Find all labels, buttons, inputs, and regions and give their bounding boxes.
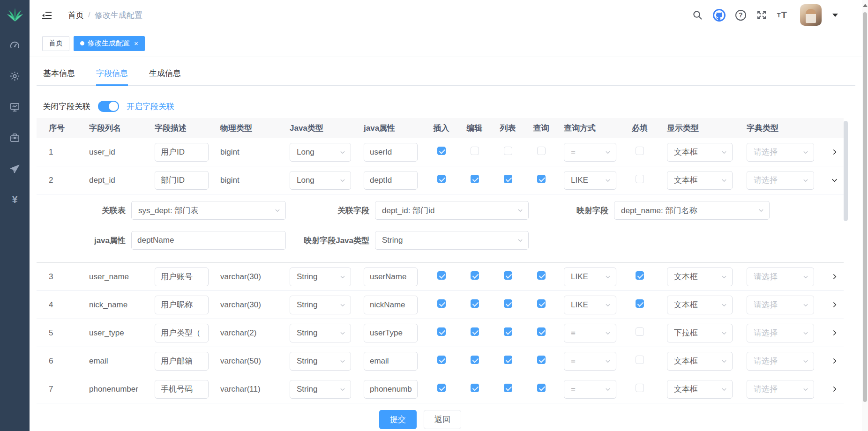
edit-checkbox[interactable] <box>471 299 479 308</box>
query-checkbox[interactable] <box>537 271 546 280</box>
sidebar-item-system[interactable] <box>0 60 30 91</box>
description-input[interactable] <box>155 324 209 342</box>
query-checkbox[interactable] <box>537 175 546 183</box>
list-checkbox[interactable] <box>504 175 512 183</box>
list-checkbox[interactable] <box>504 356 512 364</box>
query-checkbox[interactable] <box>537 147 546 155</box>
expand-row-chevron-icon[interactable] <box>831 301 838 309</box>
description-input[interactable] <box>155 380 209 399</box>
java-type-select[interactable]: Long <box>290 143 351 162</box>
mapping-field-select[interactable]: dept_name: 部门名称 <box>614 201 770 220</box>
expand-row-chevron-icon[interactable] <box>831 176 838 184</box>
required-checkbox[interactable] <box>636 271 644 280</box>
browser-scrollbar[interactable] <box>862 0 868 431</box>
breadcrumb-home-link[interactable]: 首页 <box>68 10 84 21</box>
table-scrollbar-thumb[interactable] <box>844 121 848 221</box>
fullscreen-icon[interactable] <box>756 9 767 21</box>
dict-type-select[interactable]: 请选择 <box>747 143 814 162</box>
scroll-up-arrow-icon[interactable] <box>863 4 868 7</box>
list-checkbox[interactable] <box>504 271 512 280</box>
query-type-select[interactable]: LIKE <box>564 268 616 286</box>
relation-table-select[interactable]: sys_dept: 部门表 <box>131 201 286 220</box>
query-checkbox[interactable] <box>537 356 546 364</box>
sidebar-item-finance[interactable]: ¥ <box>0 184 30 215</box>
java-type-select[interactable]: String <box>290 296 351 314</box>
java-attr-input[interactable] <box>131 231 286 250</box>
sidebar-toggle-icon[interactable] <box>42 11 52 20</box>
dict-type-select[interactable]: 请选择 <box>747 352 814 371</box>
java-type-select[interactable]: String <box>290 268 351 286</box>
sidebar-item-tool[interactable] <box>0 122 30 153</box>
relation-toggle-switch[interactable] <box>98 101 119 112</box>
expand-row-chevron-icon[interactable] <box>831 329 838 337</box>
dict-type-select[interactable]: 请选择 <box>747 171 814 190</box>
tag-home[interactable]: 首页 <box>42 36 69 51</box>
insert-checkbox[interactable] <box>437 356 446 364</box>
edit-checkbox[interactable] <box>471 356 479 364</box>
dict-type-select[interactable]: 请选择 <box>747 380 814 399</box>
java-type-select[interactable]: String <box>290 352 351 371</box>
query-checkbox[interactable] <box>537 327 546 336</box>
query-type-select[interactable]: = <box>564 380 616 399</box>
required-checkbox[interactable] <box>636 327 644 336</box>
edit-checkbox[interactable] <box>471 271 479 280</box>
java-field-input[interactable] <box>364 296 418 314</box>
required-checkbox[interactable] <box>636 299 644 308</box>
html-type-select[interactable]: 文本框 <box>667 352 733 371</box>
tab-field-info[interactable]: 字段信息 <box>96 63 128 85</box>
insert-checkbox[interactable] <box>437 384 446 392</box>
query-type-select[interactable]: = <box>564 143 616 162</box>
html-type-select[interactable]: 文本框 <box>667 380 733 399</box>
insert-checkbox[interactable] <box>437 299 446 308</box>
mapping-java-type-select[interactable]: String <box>375 231 529 250</box>
required-checkbox[interactable] <box>636 384 644 392</box>
github-icon[interactable] <box>713 9 726 22</box>
insert-checkbox[interactable] <box>437 327 446 336</box>
html-type-select[interactable]: 文本框 <box>667 268 733 286</box>
avatar-caret-icon[interactable] <box>832 14 838 17</box>
query-type-select[interactable]: = <box>564 324 616 342</box>
insert-checkbox[interactable] <box>437 175 446 183</box>
list-checkbox[interactable] <box>504 384 512 392</box>
description-input[interactable] <box>155 352 209 371</box>
list-checkbox[interactable] <box>504 147 512 155</box>
query-type-select[interactable]: LIKE <box>564 171 616 190</box>
expand-row-chevron-icon[interactable] <box>831 385 838 393</box>
sidebar-item-dashboard[interactable] <box>0 30 30 60</box>
description-input[interactable] <box>155 296 209 314</box>
html-type-select[interactable]: 下拉框 <box>667 324 733 342</box>
help-icon[interactable]: ? <box>735 10 746 21</box>
list-checkbox[interactable] <box>504 327 512 336</box>
user-avatar[interactable] <box>800 4 822 26</box>
java-type-select[interactable]: String <box>290 380 351 399</box>
insert-checkbox[interactable] <box>437 147 446 155</box>
required-checkbox[interactable] <box>636 356 644 364</box>
query-type-select[interactable]: LIKE <box>564 296 616 314</box>
edit-checkbox[interactable] <box>471 327 479 336</box>
dict-type-select[interactable]: 请选择 <box>747 268 814 286</box>
search-icon[interactable] <box>692 10 703 21</box>
html-type-select[interactable]: 文本框 <box>667 296 733 314</box>
tab-basic-info[interactable]: 基本信息 <box>43 63 75 85</box>
tag-current-page[interactable]: 修改生成配置 × <box>74 36 145 51</box>
list-checkbox[interactable] <box>504 299 512 308</box>
sidebar-item-monitor[interactable] <box>0 91 30 122</box>
expand-row-chevron-icon[interactable] <box>831 357 838 365</box>
query-checkbox[interactable] <box>537 299 546 308</box>
java-type-select[interactable]: String <box>290 324 351 342</box>
required-checkbox[interactable] <box>636 175 644 183</box>
html-type-select[interactable]: 文本框 <box>667 171 733 190</box>
html-type-select[interactable]: 文本框 <box>667 143 733 162</box>
browser-scrollbar-thumb[interactable] <box>863 12 867 402</box>
description-input[interactable] <box>155 268 209 286</box>
dict-type-select[interactable]: 请选择 <box>747 296 814 314</box>
required-checkbox[interactable] <box>636 147 644 155</box>
java-field-input[interactable] <box>364 143 418 162</box>
description-input[interactable] <box>155 143 209 162</box>
expand-row-chevron-icon[interactable] <box>831 273 838 281</box>
java-field-input[interactable] <box>364 352 418 371</box>
query-type-select[interactable]: = <box>564 352 616 371</box>
edit-checkbox[interactable] <box>471 384 479 392</box>
tab-generate-info[interactable]: 生成信息 <box>149 63 181 85</box>
java-type-select[interactable]: Long <box>290 171 351 190</box>
